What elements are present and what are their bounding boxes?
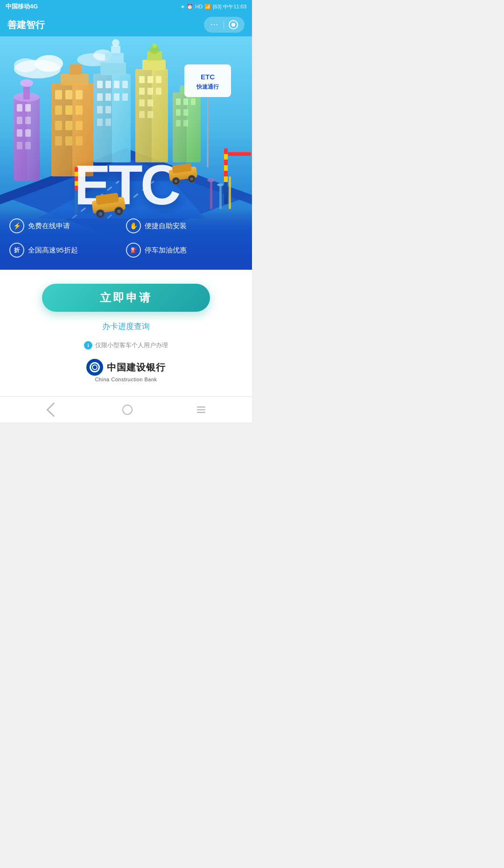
svg-rect-67	[139, 99, 145, 106]
feature-free-apply: ⚡ 免费在线申请	[9, 214, 126, 238]
svg-rect-77	[176, 98, 181, 105]
menu-icon	[196, 405, 206, 415]
ccb-name-en: China Construction Bank	[95, 377, 157, 382]
svg-rect-70	[147, 111, 153, 118]
svg-rect-64	[139, 88, 145, 95]
back-arrow-icon	[46, 402, 61, 417]
svg-text:ETC: ETC	[201, 73, 215, 81]
svg-rect-56	[105, 53, 124, 63]
info-note-text: 仅限小型客车个人用户办理	[95, 341, 168, 350]
hd-icon: HD	[195, 4, 203, 9]
svg-rect-63	[156, 76, 161, 83]
svg-rect-91	[224, 148, 228, 154]
svg-rect-27	[55, 90, 62, 99]
hand-icon: ✋	[126, 218, 141, 233]
ccb-icon-inner	[90, 362, 100, 372]
svg-rect-80	[176, 109, 181, 116]
svg-rect-37	[65, 136, 72, 146]
bottom-nav	[0, 396, 252, 422]
svg-rect-14	[17, 104, 22, 112]
svg-rect-96	[224, 176, 228, 182]
svg-rect-116	[210, 181, 212, 209]
svg-rect-35	[76, 121, 83, 130]
ccb-icon	[86, 359, 103, 376]
svg-rect-28	[65, 90, 72, 99]
svg-rect-51	[97, 106, 103, 113]
svg-rect-31	[65, 105, 72, 115]
svg-rect-55	[100, 62, 126, 75]
info-note: i 仅限小型客车个人用户办理	[84, 341, 168, 350]
ccb-logo-row: 中国建设银行	[86, 359, 166, 376]
svg-rect-44	[105, 81, 111, 88]
more-options-button[interactable]: ···	[204, 17, 245, 33]
time-text: 中午11:03	[223, 3, 246, 10]
svg-point-24	[20, 79, 33, 87]
svg-rect-123	[197, 409, 205, 410]
apply-button[interactable]: 立即申请	[42, 284, 210, 312]
status-bar: 中国移动4G ∗ ⏰ HD 📶 [63] 中午11:03	[0, 0, 252, 13]
svg-rect-21	[25, 142, 31, 149]
svg-rect-124	[197, 412, 205, 413]
home-button[interactable]	[122, 405, 133, 415]
svg-rect-18	[17, 129, 22, 137]
svg-rect-38	[76, 136, 83, 146]
svg-rect-120	[229, 176, 231, 209]
svg-rect-52	[105, 106, 111, 113]
bluetooth-icon: ∗	[181, 4, 185, 10]
svg-rect-34	[65, 121, 72, 130]
svg-point-2	[35, 55, 63, 72]
progress-link[interactable]: 办卡进度查询	[102, 321, 150, 332]
svg-text:ETC: ETC	[74, 154, 180, 216]
feature-discount-label: 全国高速95折起	[28, 246, 78, 255]
menu-button[interactable]	[196, 405, 206, 415]
svg-rect-47	[97, 93, 103, 101]
app-title: 善建智行	[7, 19, 45, 31]
svg-rect-16	[17, 117, 22, 124]
svg-rect-82	[176, 120, 181, 126]
svg-rect-79	[191, 98, 196, 105]
svg-rect-99	[75, 167, 78, 172]
divider	[224, 21, 224, 29]
svg-rect-43	[97, 81, 103, 88]
svg-rect-86	[184, 64, 231, 97]
svg-rect-93	[224, 160, 228, 165]
features-overlay: ⚡ 免费在线申请 ✋ 便捷自助安装 折 全国高速95折起 ⛽ 停车加油优惠	[0, 209, 252, 270]
svg-rect-49	[114, 93, 119, 101]
svg-rect-95	[224, 171, 228, 176]
signal-icon: 📶	[204, 4, 211, 10]
svg-rect-97	[228, 152, 251, 156]
svg-point-3	[14, 58, 37, 72]
svg-text:快速通行: 快速通行	[196, 84, 219, 90]
svg-rect-40	[70, 64, 82, 75]
svg-rect-36	[55, 136, 62, 146]
bottom-section: 立即申请 办卡进度查询 i 仅限小型客车个人用户办理 中国建设银行 China …	[0, 270, 252, 396]
svg-rect-66	[156, 88, 161, 95]
svg-point-74	[152, 43, 157, 48]
discount-icon: 折	[9, 243, 24, 258]
carrier-text: 中国移动4G	[6, 2, 38, 11]
svg-rect-69	[139, 111, 145, 118]
svg-rect-15	[25, 104, 31, 112]
feature-discount: 折 全国高速95折起	[9, 238, 126, 262]
svg-rect-62	[147, 76, 153, 83]
svg-rect-50	[122, 93, 128, 101]
feature-free-apply-label: 免费在线申请	[28, 222, 70, 231]
svg-rect-101	[75, 176, 78, 181]
svg-rect-32	[76, 105, 83, 115]
battery-icon: [63]	[213, 4, 221, 9]
fuel-icon: ⛽	[126, 243, 141, 258]
svg-rect-92	[224, 154, 228, 160]
back-button[interactable]	[46, 405, 59, 415]
status-right: ∗ ⏰ HD 📶 [63] 中午11:03	[181, 3, 246, 10]
svg-rect-71	[142, 60, 166, 70]
info-icon: i	[84, 341, 92, 350]
svg-rect-30	[55, 105, 62, 115]
svg-rect-19	[25, 129, 31, 137]
svg-rect-103	[75, 186, 78, 190]
svg-rect-48	[105, 93, 111, 101]
svg-rect-122	[197, 406, 205, 408]
svg-rect-53	[97, 119, 103, 126]
scan-icon	[229, 20, 238, 29]
svg-rect-102	[75, 181, 78, 186]
hero-banner: ETC ETC 快速通行	[0, 36, 252, 270]
